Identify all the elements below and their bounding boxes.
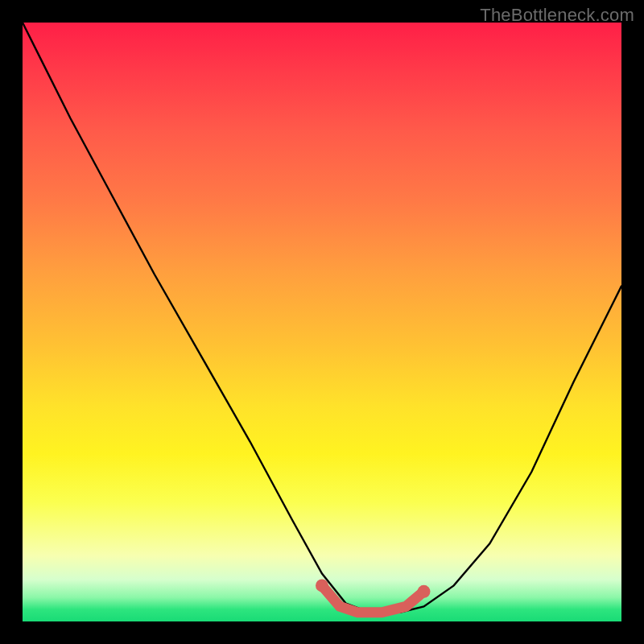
chart-frame: TheBottleneck.com [0, 0, 644, 644]
plot-area [23, 23, 621, 621]
trough-dot-left [316, 579, 328, 592]
trough-marker [322, 585, 424, 612]
trough-dot-right [418, 585, 431, 598]
bottleneck-curve [23, 23, 621, 613]
curve-layer [23, 23, 621, 621]
